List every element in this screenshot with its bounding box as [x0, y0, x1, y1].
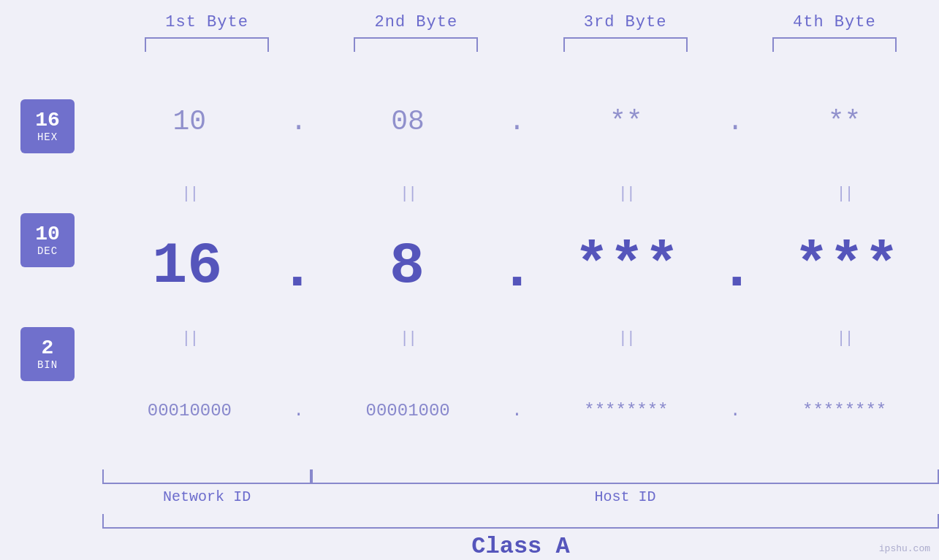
dec-row: 16 . 8 . *** . ***: [95, 207, 939, 325]
dec-cell-1: 16: [95, 233, 280, 299]
bracket-4: [772, 37, 897, 52]
hex-dot-2: .: [503, 106, 532, 137]
hex-cell-1: 10: [95, 106, 284, 137]
equals-cell-2-1: ||: [95, 329, 284, 348]
bin-dot-2: .: [503, 401, 532, 421]
dec-value-3: ***: [574, 233, 680, 299]
bracket-wrapper-4: [730, 34, 939, 55]
equals-row-2: || || || ||: [95, 325, 939, 351]
main-container: 1st Byte 2nd Byte 3rd Byte 4th Byte 16 H…: [0, 0, 939, 560]
bracket-1: [145, 37, 269, 52]
bin-row: 00010000 . 00001000 . ******** .: [95, 351, 939, 469]
bin-dot-1: .: [284, 401, 313, 421]
hex-badge: 16 HEX: [20, 99, 75, 153]
equals-sign-1-4: ||: [836, 185, 852, 203]
bin-dot-symbol-1: .: [294, 401, 304, 421]
dec-badge-label: DEC: [37, 245, 58, 257]
host-bracket: [311, 469, 939, 484]
hex-value-1: 10: [173, 106, 207, 137]
hex-cell-3: **: [532, 106, 721, 137]
equals-sign-2-1: ||: [181, 329, 197, 348]
equals-cell-1-4: ||: [750, 185, 939, 203]
equals-sign-1-3: ||: [618, 185, 634, 203]
data-section: 16 HEX 10 DEC 2 BIN 10 .: [0, 62, 939, 469]
bracket-2: [354, 37, 478, 52]
network-id-label: Network ID: [102, 488, 311, 505]
bin-cell-2: 00001000: [313, 401, 503, 421]
equals-sign-1-1: ||: [181, 185, 197, 203]
hex-value-3: **: [609, 106, 643, 137]
dec-dot-1: .: [280, 229, 315, 303]
host-id-label: Host ID: [311, 488, 939, 505]
id-labels-row: Network ID Host ID: [102, 488, 939, 505]
bin-dot-symbol-3: .: [730, 401, 740, 421]
dec-badge: 10 DEC: [20, 213, 75, 267]
hex-cell-4: **: [750, 106, 939, 137]
byte-header-1: 1st Byte: [102, 13, 311, 31]
class-bracket: [102, 514, 939, 529]
network-bracket: [102, 469, 311, 484]
bin-cell-3: ********: [532, 401, 721, 421]
byte-header-3: 3rd Byte: [521, 13, 730, 31]
equals-cell-1-2: ||: [313, 185, 503, 203]
byte-headers-row: 1st Byte 2nd Byte 3rd Byte 4th Byte: [0, 13, 939, 31]
equals-sign-2-3: ||: [618, 329, 634, 348]
bin-value-1: 00010000: [148, 401, 232, 421]
byte-header-4: 4th Byte: [730, 13, 939, 31]
bracket-wrapper-1: [102, 34, 311, 55]
dec-badge-number: 10: [35, 223, 60, 246]
bracket-wrapper-3: [521, 34, 730, 55]
equals-cell-2-3: ||: [532, 329, 721, 348]
bin-dot-3: .: [721, 401, 750, 421]
hex-dot-symbol-1: .: [290, 106, 307, 137]
hex-row: 10 . 08 . ** . **: [95, 62, 939, 180]
dec-dot-symbol-3: .: [719, 237, 754, 303]
equals-cell-1-3: ||: [532, 185, 721, 203]
bin-badge-number: 2: [42, 337, 54, 360]
bracket-3: [563, 37, 688, 52]
bin-value-4: ********: [802, 401, 886, 421]
dec-value-2: 8: [389, 233, 425, 299]
dec-dot-3: .: [719, 229, 754, 303]
equals-cell-1-1: ||: [95, 185, 284, 203]
hex-dot-symbol-3: .: [727, 106, 744, 137]
hex-badge-label: HEX: [37, 131, 58, 143]
equals-sign-1-2: ||: [400, 185, 416, 203]
hex-value-4: **: [828, 106, 862, 137]
bin-badge: 2 BIN: [20, 327, 75, 381]
dec-dot-2: .: [499, 229, 534, 303]
byte-header-2: 2nd Byte: [311, 13, 520, 31]
bin-dot-symbol-2: .: [512, 401, 522, 421]
bin-value-2: 00001000: [366, 401, 450, 421]
equals-sign-2-2: ||: [400, 329, 416, 348]
bin-cell-1: 00010000: [95, 401, 284, 421]
equals-sign-2-4: ||: [836, 329, 852, 348]
class-label: Class A: [102, 533, 939, 560]
hex-dot-symbol-2: .: [509, 106, 525, 137]
bottom-area: Network ID Host ID Class A: [0, 469, 939, 560]
equals-row-1: || || || ||: [95, 180, 939, 207]
hex-dot-3: .: [721, 106, 750, 137]
dec-cell-4: ***: [754, 233, 939, 299]
equals-cell-2-2: ||: [313, 329, 503, 348]
hex-value-2: 08: [391, 106, 425, 137]
dec-dot-symbol-2: .: [499, 237, 534, 303]
dec-dot-symbol-1: .: [280, 237, 315, 303]
dec-value-1: 16: [152, 233, 222, 299]
bin-value-3: ********: [584, 401, 668, 421]
dec-value-4: ***: [794, 233, 900, 299]
bin-badge-label: BIN: [37, 359, 58, 371]
data-columns: 10 . 08 . ** . **: [95, 62, 939, 469]
badges-column: 16 HEX 10 DEC 2 BIN: [0, 62, 95, 469]
bracket-wrapper-2: [311, 34, 520, 55]
watermark: ipshu.com: [879, 543, 930, 554]
bin-cell-4: ********: [750, 401, 939, 421]
top-brackets-row: [0, 34, 939, 55]
equals-cell-2-4: ||: [750, 329, 939, 348]
dec-cell-3: ***: [535, 233, 720, 299]
hex-badge-number: 16: [35, 110, 60, 132]
dec-cell-2: 8: [315, 233, 500, 299]
hex-dot-1: .: [284, 106, 313, 137]
bottom-bracket-row: [102, 469, 939, 484]
hex-cell-2: 08: [313, 106, 503, 137]
